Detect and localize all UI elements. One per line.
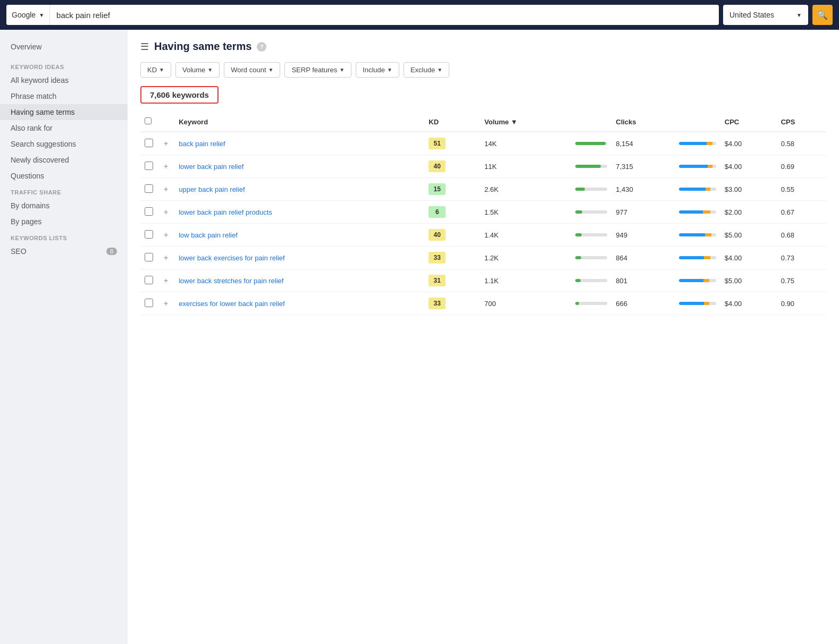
row-checkbox[interactable]	[145, 253, 153, 261]
filter-kd[interactable]: KD ▼	[140, 62, 171, 78]
keyword-link[interactable]: lower back exercises for pain relief	[179, 254, 284, 262]
row-cpc-value-cell: $4.00	[720, 155, 777, 178]
volume-bar-fill	[575, 233, 582, 236]
sidebar-item-search-suggestions[interactable]: Search suggestions	[0, 136, 128, 152]
add-keyword-button[interactable]: +	[162, 162, 170, 171]
col-volume-bar	[571, 112, 611, 132]
add-keyword-button[interactable]: +	[162, 276, 170, 285]
search-input[interactable]	[50, 5, 719, 25]
volume-bar	[575, 142, 607, 145]
search-group: Google ▼	[6, 5, 719, 25]
row-clicks-cell: 977	[611, 201, 675, 224]
row-cps-cell: 0.69	[777, 155, 826, 178]
table-row: + exercises for lower back pain relief 3…	[140, 292, 826, 315]
sidebar-item-phrase-match[interactable]: Phrase match	[0, 88, 128, 104]
keyword-link[interactable]: exercises for lower back pain relief	[179, 300, 284, 308]
row-checkbox[interactable]	[145, 276, 153, 284]
col-volume[interactable]: Volume ▼	[480, 112, 571, 132]
page-title: Having same terms	[154, 40, 251, 53]
seo-badge: 8	[106, 248, 117, 255]
col-kd[interactable]: KD	[424, 112, 480, 132]
volume-bar-fill	[575, 279, 581, 282]
row-clicks-cell: 7,315	[611, 155, 675, 178]
col-cpc: CPC	[720, 112, 777, 132]
keyword-link[interactable]: back pain relief	[179, 140, 225, 148]
sidebar-item-seo[interactable]: SEO 8	[0, 243, 128, 259]
row-checkbox-cell	[140, 178, 157, 201]
filter-volume[interactable]: Volume ▼	[175, 62, 220, 78]
row-cpc-bar-cell	[675, 155, 720, 178]
cpc-bar-blue	[679, 142, 707, 145]
row-keyword-cell: lower back exercises for pain relief	[174, 247, 424, 269]
sidebar-item-all-keyword-ideas[interactable]: All keyword ideas	[0, 72, 128, 88]
table-row: + low back pain relief 40 1.4K 949 $5.00…	[140, 224, 826, 247]
sidebar-section-keywords-lists: KEYWORDS LISTS	[0, 230, 128, 243]
row-kd-cell: 33	[424, 292, 480, 315]
sidebar-item-questions[interactable]: Questions	[0, 168, 128, 184]
add-keyword-button[interactable]: +	[162, 253, 170, 262]
keyword-link[interactable]: lower back stretches for pain relief	[179, 277, 283, 285]
add-keyword-button[interactable]: +	[162, 139, 170, 148]
row-cpc-value-cell: $5.00	[720, 269, 777, 292]
row-add-cell: +	[157, 247, 174, 269]
row-keyword-cell: upper back pain relief	[174, 178, 424, 201]
keyword-link[interactable]: lower back pain relief products	[179, 208, 272, 216]
add-keyword-button[interactable]: +	[162, 185, 170, 193]
hamburger-icon[interactable]: ☰	[140, 41, 149, 53]
kd-badge: 40	[429, 160, 446, 172]
help-icon[interactable]: ?	[257, 42, 266, 52]
table-row: + lower back pain relief products 6 1.5K…	[140, 201, 826, 224]
row-checkbox[interactable]	[145, 139, 153, 147]
row-clicks-cell: 801	[611, 269, 675, 292]
sidebar-item-also-rank-for[interactable]: Also rank for	[0, 120, 128, 136]
filter-serp-features[interactable]: SERP features ▼	[284, 62, 351, 78]
sidebar-item-having-same-terms[interactable]: Having same terms	[0, 104, 128, 120]
serp-chevron-icon: ▼	[339, 67, 345, 73]
row-add-cell: +	[157, 224, 174, 247]
volume-bar	[575, 188, 607, 191]
row-add-cell: +	[157, 155, 174, 178]
add-keyword-button[interactable]: +	[162, 208, 170, 216]
row-keyword-cell: lower back pain relief products	[174, 201, 424, 224]
row-volume-bar-cell	[571, 247, 611, 269]
row-checkbox[interactable]	[145, 162, 153, 170]
select-all-checkbox[interactable]	[145, 117, 152, 124]
row-checkbox[interactable]	[145, 230, 153, 239]
row-checkbox[interactable]	[145, 184, 153, 193]
row-keyword-cell: lower back stretches for pain relief	[174, 269, 424, 292]
sidebar-item-newly-discovered[interactable]: Newly discovered	[0, 152, 128, 168]
sidebar-item-by-domains[interactable]: By domains	[0, 198, 128, 214]
keyword-link[interactable]: low back pain relief	[179, 231, 238, 239]
row-checkbox-cell	[140, 155, 157, 178]
row-volume-cell: 14K	[480, 132, 571, 155]
filter-include[interactable]: Include ▼	[356, 62, 399, 78]
search-button[interactable]: 🔍	[812, 5, 833, 25]
row-checkbox[interactable]	[145, 299, 153, 307]
row-cpc-value-cell: $4.00	[720, 292, 777, 315]
sidebar-item-overview[interactable]: Overview	[0, 38, 128, 58]
add-keyword-button[interactable]: +	[162, 299, 170, 308]
row-volume-bar-cell	[571, 269, 611, 292]
volume-chevron-icon: ▼	[207, 67, 213, 73]
cpc-bar-blue	[679, 256, 704, 259]
exclude-chevron-icon: ▼	[437, 67, 442, 73]
row-checkbox[interactable]	[145, 207, 153, 216]
add-keyword-button[interactable]: +	[162, 231, 170, 239]
row-volume-cell: 700	[480, 292, 571, 315]
row-volume-bar-cell	[571, 224, 611, 247]
keyword-link[interactable]: upper back pain relief	[179, 185, 245, 193]
country-select[interactable]: United States ▼	[723, 5, 808, 25]
keyword-link[interactable]: lower back pain relief	[179, 163, 244, 171]
include-chevron-icon: ▼	[387, 67, 392, 73]
engine-select[interactable]: Google ▼	[6, 5, 50, 25]
row-cps-cell: 0.67	[777, 201, 826, 224]
filter-word-count[interactable]: Word count ▼	[224, 62, 280, 78]
row-checkbox-cell	[140, 247, 157, 269]
row-clicks-cell: 949	[611, 224, 675, 247]
keywords-table: Keyword KD Volume ▼ Clicks CPC CPS + bac…	[140, 112, 826, 315]
cpc-bar-orange	[703, 210, 710, 214]
kd-badge: 33	[429, 298, 446, 309]
filter-exclude[interactable]: Exclude ▼	[404, 62, 449, 78]
sidebar-item-by-pages[interactable]: By pages	[0, 214, 128, 230]
row-volume-cell: 1.1K	[480, 269, 571, 292]
